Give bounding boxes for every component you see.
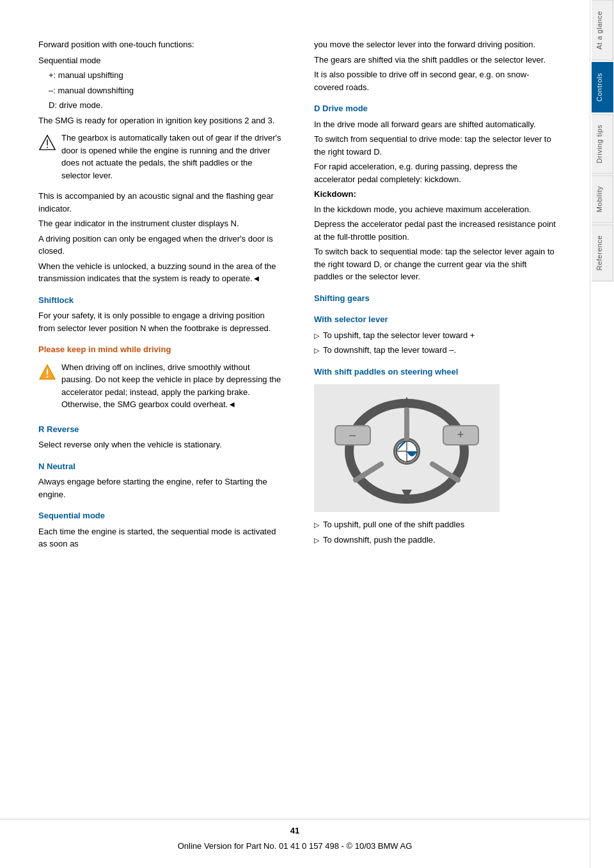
svg-point-2 bbox=[47, 146, 48, 148]
reverse-heading: R Reverse bbox=[38, 423, 282, 436]
svg-text:–: – bbox=[349, 428, 356, 441]
d-drive-text-2: To switch from sequential to drive mode:… bbox=[314, 133, 558, 158]
intro-text: Forward position with one-touch function… bbox=[38, 38, 282, 51]
shiftlock-heading: Shiftlock bbox=[38, 294, 282, 307]
d-drive-text-3: For rapid acceleration, e.g. during pass… bbox=[314, 160, 558, 185]
item-d: D: drive mode. bbox=[38, 99, 282, 112]
sequential-mode-label: Sequential mode bbox=[38, 54, 282, 67]
triangle-icon bbox=[38, 133, 56, 151]
paddles-item-1: To upshift, pull one of the shift paddle… bbox=[314, 518, 558, 531]
paddles-item-2: To downshift, push the paddle. bbox=[314, 534, 558, 546]
note-5-text: When the vehicle is unlocked, a buzzing … bbox=[38, 260, 282, 285]
reverse-text: Select reverse only when the vehicle is … bbox=[38, 438, 282, 451]
smg-ready-text: The SMG is ready for operation in igniti… bbox=[38, 114, 282, 127]
kickdown-text-1: In the kickdown mode, you achieve maximu… bbox=[314, 203, 558, 216]
kickdown-text-3: To switch back to sequential mode: tap t… bbox=[314, 245, 558, 283]
shifting-gears-heading: Shifting gears bbox=[314, 292, 558, 305]
selector-item-2-text: To downshift, tap the lever toward –. bbox=[323, 344, 456, 357]
steering-wheel-svg: – + bbox=[330, 391, 484, 506]
gears-shifted: The gears are shifted via the shift padd… bbox=[314, 54, 558, 66]
page-number: 41 bbox=[0, 825, 590, 837]
keep-in-mind-heading: Please keep in mind while driving bbox=[38, 343, 282, 356]
second-gear: It is also possible to drive off in seco… bbox=[314, 68, 558, 93]
d-drive-heading: D Drive mode bbox=[314, 102, 558, 115]
keep-in-mind-text: When driving off on inclines, drive smoo… bbox=[61, 361, 282, 411]
svg-point-5 bbox=[47, 376, 49, 378]
note-box-1: The gearbox is automatically taken out o… bbox=[38, 132, 282, 185]
paddles-item-1-text: To upshift, pull one of the shift paddle… bbox=[323, 518, 464, 531]
sequential-mode-heading-2: Sequential mode bbox=[38, 509, 282, 522]
selector-item-1-text: To upshift, tap the selector lever towar… bbox=[323, 329, 475, 342]
left-column: Forward position with one-touch function… bbox=[38, 38, 288, 553]
sidebar-tab-reference[interactable]: Reference bbox=[592, 224, 613, 281]
warning-triangle-icon bbox=[38, 362, 56, 380]
kickdown-label: Kickdown: bbox=[314, 188, 558, 201]
selector-list: To upshift, tap the selector lever towar… bbox=[314, 329, 558, 357]
sidebar: At a glance Controls Driving tips Mobili… bbox=[590, 0, 614, 868]
svg-text:+: + bbox=[457, 428, 464, 441]
note-3-text: The gear indicator in the instrument clu… bbox=[38, 217, 282, 230]
neutral-text: Always engage before starting the engine… bbox=[38, 476, 282, 500]
item-minus: –: manual downshifting bbox=[38, 84, 282, 97]
page-footer: 41 Online Version for Part No. 01 41 0 1… bbox=[0, 819, 590, 855]
note-4-text: A driving position can only be engaged w… bbox=[38, 233, 282, 258]
note-2-text: This is accompanied by an acoustic signa… bbox=[38, 190, 282, 215]
selector-item-2: To downshift, tap the lever toward –. bbox=[314, 344, 558, 357]
sidebar-tab-mobility[interactable]: Mobility bbox=[592, 175, 613, 223]
d-drive-text-1: In the drive mode all forward gears are … bbox=[314, 118, 558, 131]
neutral-heading: N Neutral bbox=[38, 460, 282, 473]
sidebar-tab-at-a-glance[interactable]: At a glance bbox=[592, 0, 613, 61]
sequential-mode-text: Each time the engine is started, the seq… bbox=[38, 525, 282, 550]
selector-item-1: To upshift, tap the selector lever towar… bbox=[314, 329, 558, 342]
steering-wheel-image: – + bbox=[314, 384, 500, 512]
sidebar-tab-controls[interactable]: Controls bbox=[592, 62, 613, 112]
sidebar-tab-driving-tips[interactable]: Driving tips bbox=[592, 114, 613, 174]
right-column: you move the selector lever into the for… bbox=[308, 38, 558, 553]
shiftlock-text: For your safety, it is only possible to … bbox=[38, 309, 282, 334]
paddles-item-2-text: To downshift, push the paddle. bbox=[323, 534, 436, 546]
with-paddles-heading: With shift paddles on steering wheel bbox=[314, 366, 558, 378]
kickdown-text-2: Depress the accelerator pedal past the i… bbox=[314, 218, 558, 243]
item-plus: +: manual upshifting bbox=[38, 69, 282, 82]
sequential-continued: you move the selector lever into the for… bbox=[314, 38, 558, 51]
footer-text: Online Version for Part No. 01 41 0 157 … bbox=[0, 840, 590, 853]
note-1-text: The gearbox is automatically taken out o… bbox=[61, 132, 282, 182]
paddles-list: To upshift, pull one of the shift paddle… bbox=[314, 518, 558, 546]
warning-box: When driving off on inclines, drive smoo… bbox=[38, 361, 282, 414]
with-selector-heading: With selector lever bbox=[314, 313, 558, 326]
